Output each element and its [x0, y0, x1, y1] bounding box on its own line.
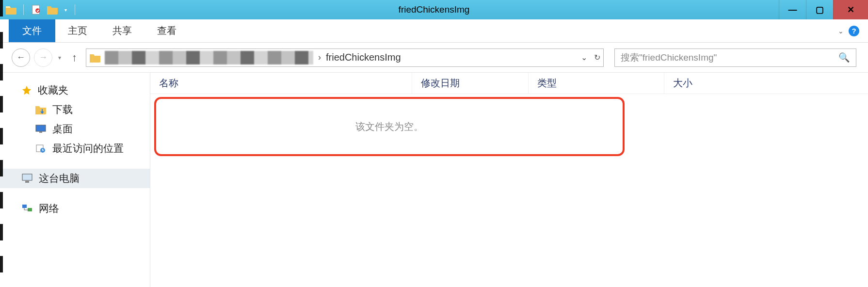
svg-rect-8: [22, 205, 27, 208]
ribbon-file-tab[interactable]: 文件: [9, 19, 55, 42]
sidebar-item-downloads[interactable]: 下载: [0, 100, 150, 119]
sidebar-label: 最近访问的位置: [52, 142, 124, 155]
folder-icon[interactable]: [5, 3, 17, 16]
window-titlebar: ▾ friedChickensImg — ▢ ✕: [0, 0, 868, 19]
history-dropdown-icon[interactable]: ▾: [56, 54, 63, 61]
navigation-bar: ← → ▾ ↑ › friedChickensImg ⌄ ↻ 搜索"friedC…: [0, 43, 868, 73]
new-folder-icon[interactable]: [46, 3, 59, 16]
svg-rect-7: [25, 181, 29, 183]
up-button[interactable]: ↑: [67, 51, 82, 64]
search-input[interactable]: 搜索"friedChickensImg" 🔍: [614, 48, 856, 67]
explorer-body: 收藏夹 下载 桌面 最近访问的位置 这台电脑 网络: [0, 73, 868, 287]
column-type[interactable]: 类型: [529, 73, 664, 94]
svg-point-1: [35, 8, 40, 13]
properties-icon[interactable]: [30, 3, 42, 16]
help-icon[interactable]: ?: [849, 26, 859, 36]
column-name[interactable]: 名称: [150, 73, 412, 94]
quick-access-toolbar: ▾: [0, 3, 77, 16]
desktop-icon: [35, 124, 47, 134]
separator: [75, 4, 75, 15]
annotation-highlight-box: 该文件夹为空。: [154, 97, 625, 156]
address-current-folder[interactable]: friedChickensImg: [326, 52, 401, 63]
folder-icon: [88, 51, 102, 64]
sidebar-label: 这台电脑: [39, 172, 80, 185]
svg-rect-2: [36, 125, 46, 131]
recent-icon: [35, 144, 47, 153]
maximize-button[interactable]: ▢: [806, 0, 833, 19]
ribbon-tab-home[interactable]: 主页: [55, 19, 100, 42]
column-modified[interactable]: 修改日期: [412, 73, 529, 94]
computer-icon: [21, 173, 33, 184]
ribbon-bar: 文件 主页 共享 查看 ⌄ ?: [0, 19, 868, 43]
address-bar[interactable]: › friedChickensImg ⌄ ↻: [86, 48, 604, 67]
column-headers: 名称 修改日期 类型 大小: [150, 73, 868, 94]
back-button[interactable]: ←: [12, 48, 30, 67]
refresh-icon[interactable]: ↻: [594, 53, 600, 62]
network-icon: [21, 203, 33, 214]
breadcrumb-separator-icon: ›: [313, 52, 326, 63]
svg-rect-6: [22, 174, 32, 180]
navigation-pane: 收藏夹 下载 桌面 最近访问的位置 这台电脑 网络: [0, 73, 150, 287]
sidebar-this-pc[interactable]: 这台电脑: [0, 169, 150, 188]
sidebar-favorites[interactable]: 收藏夹: [0, 80, 150, 100]
ribbon-collapse-icon[interactable]: ⌄: [838, 27, 844, 35]
qat-dropdown-icon[interactable]: ▾: [63, 7, 69, 13]
folder-icon: [35, 105, 47, 114]
sidebar-item-desktop[interactable]: 桌面: [0, 119, 150, 139]
star-icon: [21, 85, 32, 96]
address-dropdown-icon[interactable]: ⌄: [581, 53, 587, 62]
window-controls: — ▢ ✕: [779, 0, 868, 19]
close-button[interactable]: ✕: [833, 0, 868, 19]
sidebar-label: 收藏夹: [38, 83, 68, 97]
sidebar-item-recent[interactable]: 最近访问的位置: [0, 139, 150, 158]
sidebar-label: 网络: [39, 202, 59, 215]
sidebar-label: 下载: [52, 103, 73, 116]
ribbon-tab-share[interactable]: 共享: [100, 19, 145, 42]
svg-rect-3: [39, 131, 42, 133]
annotation-left-dashes: [0, 0, 3, 287]
address-path-redacted: [105, 51, 313, 64]
search-icon[interactable]: 🔍: [838, 52, 850, 63]
file-list-pane: 名称 修改日期 类型 大小 该文件夹为空。: [150, 73, 868, 287]
window-title: friedChickensImg: [399, 4, 470, 15]
ribbon-tab-view[interactable]: 查看: [145, 19, 189, 42]
separator: [23, 4, 24, 15]
search-placeholder: 搜索"friedChickensImg": [621, 51, 717, 64]
sidebar-label: 桌面: [52, 122, 73, 136]
minimize-button[interactable]: —: [779, 0, 806, 19]
sidebar-network[interactable]: 网络: [0, 199, 150, 218]
forward-button[interactable]: →: [34, 48, 52, 67]
empty-folder-message: 该文件夹为空。: [355, 120, 423, 133]
column-size[interactable]: 大小: [664, 73, 752, 94]
